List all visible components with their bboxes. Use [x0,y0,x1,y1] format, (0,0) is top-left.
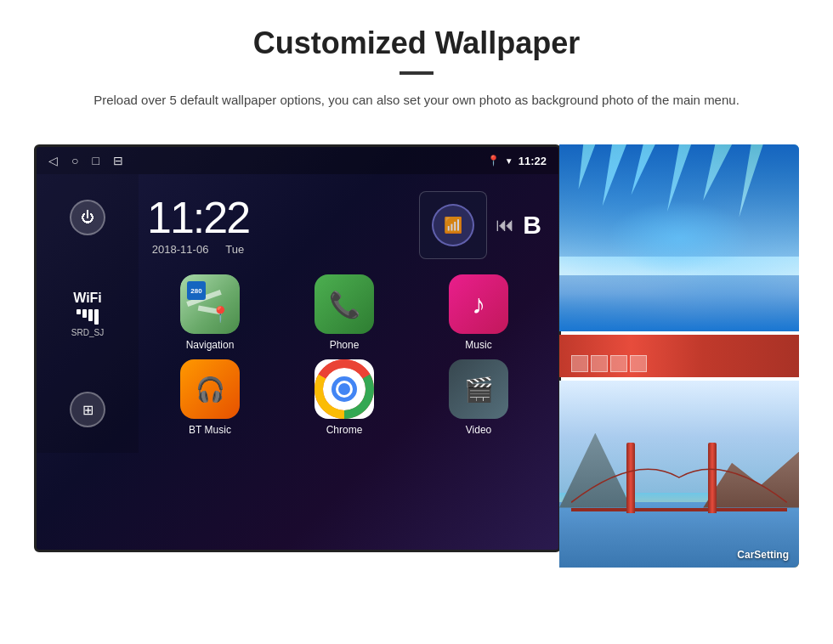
music-app-label: Music [465,339,491,351]
mid-box-4 [630,355,647,372]
chrome-icon-svg [314,359,374,419]
device-screen: ◁ ○ □ ⊟ 📍 ▼ 11:22 ⏻ [34,144,561,552]
music-app-icon[interactable]: ♪ [449,274,508,334]
video-app-icon[interactable]: 🎬 [449,359,508,419]
bluetooth-headphone-icon: 🎧 [196,376,225,404]
app-item-navigation[interactable]: 280 📍 Navigation [147,274,273,351]
wifi-info: WiFi SRD_SJ [71,291,104,337]
screenshot-nav-icon[interactable]: ⊟ [113,154,123,167]
title-divider [400,71,434,75]
back-nav-icon[interactable]: ◁ [48,154,58,167]
home-nav-icon[interactable]: ○ [71,154,78,167]
device-center: 11:22 2018-11-06 Tue 📶 [139,174,558,453]
chrome-app-icon[interactable] [314,359,374,419]
bridge-cables-svg [571,440,787,515]
wifi-bar-1 [76,309,81,314]
grid-icon: ⊞ [82,402,94,418]
navigation-app-label: Navigation [186,339,235,351]
status-right: 📍 ▼ 11:22 [487,155,547,167]
app-item-music[interactable]: ♪ Music [416,274,541,351]
wifi-bars-container [71,309,104,325]
clapboard-icon: 🎬 [464,376,494,404]
music-note-icon: ♪ [472,289,485,320]
bt-music-app-icon[interactable]: 🎧 [180,359,240,419]
prev-track-icon[interactable]: ⏮ [496,214,514,236]
wallpaper-panels: CarSetting [559,144,799,568]
page-wrapper: Customized Wallpaper Preload over 5 defa… [0,0,833,644]
page-title: Customized Wallpaper [51,25,782,61]
wifi-label: WiFi [71,291,104,306]
ice-glow [607,201,751,275]
nav-pin-icon: 📍 [211,305,230,324]
mid-box-3 [610,355,627,372]
phone-icon: 📞 [329,290,360,319]
app-item-bt-music[interactable]: 🎧 BT Music [147,359,273,436]
mid-visual [559,335,799,377]
status-time: 11:22 [518,155,547,167]
nav-icons: ◁ ○ □ ⊟ [48,154,123,167]
wallpaper-bridge[interactable]: CarSetting [559,381,799,568]
ice-cave-visual [559,144,799,331]
bt-music-app-label: BT Music [189,424,231,436]
svg-point-4 [338,383,350,395]
clock-day-value: Tue [225,243,244,256]
device-main: ⏻ WiFi SRD_SJ ⊞ [37,174,558,453]
wifi-bar-4 [94,309,99,325]
nav-shield-badge: 280 [187,281,206,300]
video-app-label: Video [466,424,491,436]
wallpaper-ice-cave[interactable] [559,144,799,331]
page-description: Preload over 5 default wallpaper options… [94,90,740,110]
clock-date-value: 2018-11-06 [152,243,209,256]
ice-floor [559,275,799,331]
recent-nav-icon[interactable]: □ [92,154,99,167]
signal-icon: 📶 [444,216,462,234]
wifi-status-icon: ▼ [505,156,513,166]
wifi-bar-3 [88,309,93,321]
wallpaper-mid[interactable] [559,335,799,377]
media-signal-icon: 📶 [432,204,474,246]
mid-box-1 [571,355,588,372]
app-item-phone[interactable]: 📞 Phone [281,274,407,351]
media-icon-box: 📶 [419,191,487,259]
phone-app-label: Phone [330,339,360,351]
navigation-app-icon[interactable]: 280 📍 [180,274,240,334]
clock-area: 11:22 2018-11-06 Tue 📶 [139,183,550,268]
apps-grid-button[interactable]: ⊞ [70,392,105,427]
power-icon: ⏻ [81,210,94,225]
status-bar: ◁ ○ □ ⊟ 📍 ▼ 11:22 [37,147,558,174]
phone-app-icon[interactable]: 📞 [314,274,374,334]
content-area: ◁ ○ □ ⊟ 📍 ▼ 11:22 ⏻ [0,127,833,585]
wifi-bar-2 [82,309,87,318]
clock-date-display: 2018-11-06 Tue [147,243,249,256]
mid-boxes-row [568,352,650,376]
wifi-ssid: SRD_SJ [71,328,104,337]
device-sidebar: ⏻ WiFi SRD_SJ ⊞ [37,174,139,453]
bridge-visual [559,381,799,568]
app-grid: 280 📍 Navigation 📞 Phone [139,274,550,444]
power-button[interactable]: ⏻ [70,200,105,235]
car-setting-label: CarSetting [737,549,789,561]
brand-letter-display: B [523,211,541,240]
media-controls: 📶 ⏮ B [419,191,541,259]
nav-map-bg: 280 📍 [180,274,240,334]
app-item-chrome[interactable]: Chrome [281,359,407,436]
location-icon: 📍 [487,155,500,167]
clock-time-display: 11:22 [147,195,249,240]
chrome-app-label: Chrome [326,424,363,436]
mid-box-2 [591,355,608,372]
app-item-video[interactable]: 🎬 Video [416,359,541,436]
clock-info: 11:22 2018-11-06 Tue [147,195,249,256]
page-header: Customized Wallpaper Preload over 5 defa… [0,0,833,127]
